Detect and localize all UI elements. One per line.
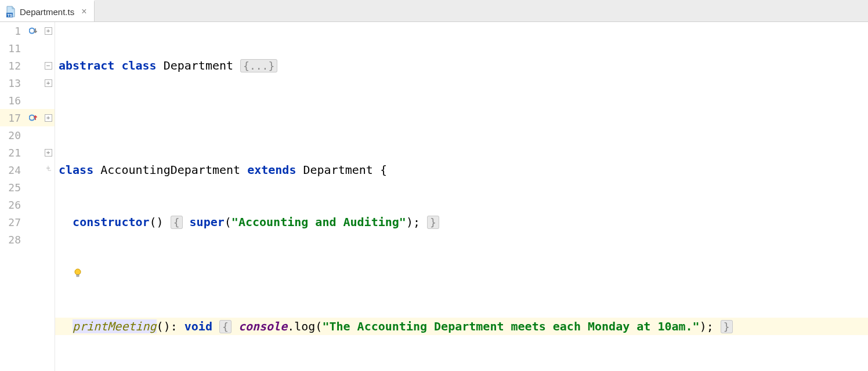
code-line: constructor() { super("Accounting and Au…: [55, 213, 868, 231]
line-number: 21: [0, 147, 26, 159]
code-line: [55, 109, 868, 126]
svg-point-2: [30, 28, 35, 34]
file-tab[interactable]: TS Department.ts ×: [0, 0, 95, 21]
editor: 1 + 11 12 − 13 + 16: [0, 22, 868, 371]
svg-point-3: [30, 115, 35, 121]
svg-text:TS: TS: [8, 13, 13, 17]
code-line: [55, 265, 868, 283]
code-line: class AccountingDepartment extends Depar…: [55, 161, 868, 179]
line-number: 20: [0, 129, 26, 141]
line-number: 1: [0, 25, 26, 37]
fold-toggle[interactable]: −: [42, 62, 55, 70]
code-line: abstract class Department {...}: [55, 57, 868, 74]
close-tab-icon[interactable]: ×: [81, 6, 86, 17]
override-up-icon[interactable]: [26, 113, 42, 122]
tab-filename: Department.ts: [20, 7, 74, 17]
line-number: 25: [0, 181, 26, 194]
code-line: printMeeting(): void { console.log("The …: [55, 318, 868, 335]
svg-rect-5: [77, 275, 79, 277]
fold-toggle[interactable]: +: [42, 114, 55, 122]
line-number: 27: [0, 216, 26, 228]
line-number: 13: [0, 77, 26, 89]
line-number: 26: [0, 199, 26, 211]
line-number: 28: [0, 234, 26, 246]
line-number: 11: [0, 42, 26, 54]
fold-toggle[interactable]: +: [42, 149, 55, 157]
fold-toggle[interactable]: +: [42, 79, 55, 87]
fold-end[interactable]: [42, 166, 55, 174]
gutter: 1 + 11 12 − 13 + 16: [0, 22, 55, 371]
intention-bulb-icon[interactable]: [73, 267, 83, 281]
fold-toggle[interactable]: +: [42, 27, 55, 35]
line-number: 24: [0, 164, 26, 176]
folded-region[interactable]: {...}: [240, 59, 277, 72]
selection: printMeeting: [73, 319, 157, 333]
line-number: 16: [0, 94, 26, 107]
line-number: 17: [0, 112, 26, 124]
typescript-file-icon: TS: [5, 6, 16, 17]
svg-point-4: [75, 269, 81, 275]
code-area[interactable]: abstract class Department {...} class Ac…: [55, 22, 868, 371]
line-number: 12: [0, 60, 26, 72]
override-down-icon[interactable]: [26, 26, 42, 35]
tab-bar: TS Department.ts ×: [0, 0, 868, 22]
